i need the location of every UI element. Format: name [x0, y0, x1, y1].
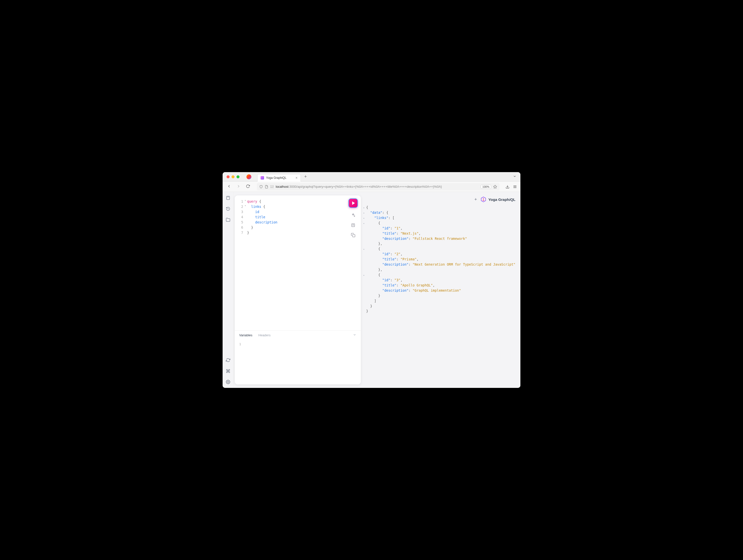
query-code-area[interactable]: 1▾query {2▾ links {3 id4 title5 descript… — [235, 195, 361, 330]
settings-icon[interactable] — [226, 379, 230, 384]
brand: Yoga GraphiQL — [480, 196, 516, 202]
add-tab-button[interactable]: + — [475, 197, 477, 202]
code-line: 6 } — [238, 225, 358, 230]
svg-point-13 — [227, 381, 229, 383]
favicon-icon — [261, 176, 264, 180]
collapse-vars-button[interactable] — [353, 333, 356, 337]
toolbar-right — [506, 185, 517, 189]
response-line: "description": "GraphQL implementation" — [363, 288, 516, 293]
response-line: "title": "Next.js", — [363, 231, 516, 236]
response-line: } — [363, 293, 516, 298]
svg-rect-11 — [227, 196, 229, 200]
docs-icon[interactable] — [226, 195, 230, 200]
response-line: ▾ { — [363, 272, 516, 278]
url-bar[interactable]: localhost:3000/api/graphql?query=query+{… — [257, 183, 499, 190]
copy-icon[interactable] — [351, 233, 356, 238]
response-line: }, — [363, 267, 516, 272]
brand-text: Yoga GraphiQL — [488, 197, 516, 202]
tab-headers[interactable]: Headers — [258, 333, 270, 337]
explorer-icon[interactable] — [226, 217, 230, 222]
back-button[interactable] — [226, 184, 232, 189]
response-line: ▾ "links": [ — [363, 215, 516, 221]
response-panel: + Yoga GraphiQL ▾{▾ "data": {▾ "links": … — [362, 195, 517, 384]
response-line: ▾ { — [363, 246, 516, 251]
graphiql-app: 1▾query {2▾ links {3 id4 title5 descript… — [223, 192, 520, 388]
yoga-logo-icon — [480, 196, 486, 202]
query-editor[interactable]: 1▾query {2▾ links {3 id4 title5 descript… — [235, 195, 361, 330]
shield-icon — [259, 185, 263, 188]
query-editor-panel: 1▾query {2▾ links {3 id4 title5 descript… — [235, 195, 361, 384]
tab-variables[interactable]: Variables — [239, 333, 252, 337]
response-line: ▾{ — [363, 205, 516, 210]
tabs-dropdown-button[interactable] — [513, 175, 516, 179]
history-icon[interactable] — [226, 206, 230, 211]
minimize-window-button[interactable] — [231, 175, 234, 178]
firefox-icon — [247, 174, 251, 179]
response-line: "description": "Next Generation ORM for … — [363, 262, 516, 267]
response-line: } — [363, 304, 516, 309]
code-line: 3 id — [238, 209, 358, 215]
response-line: "title": "Prisma", — [363, 257, 516, 262]
play-icon — [352, 201, 355, 205]
menu-icon[interactable] — [513, 185, 517, 189]
close-window-button[interactable] — [227, 175, 229, 178]
code-line: 5 description — [238, 220, 358, 225]
variables-panel: Variables Headers 1 — [235, 330, 361, 384]
response-line: }, — [363, 241, 516, 246]
response-line: "id": "3", — [363, 278, 516, 283]
reload-button[interactable] — [245, 184, 251, 189]
forward-button[interactable] — [235, 184, 242, 189]
response-line: ▾ { — [363, 221, 516, 226]
browser-window: Yoga GraphiQL × + localhost:3000/api/gra… — [223, 172, 520, 388]
page-icon — [265, 185, 268, 188]
response-line: "title": "Apollo GraphQL", — [363, 283, 516, 288]
response-line: "description": "Fullstack React framewor… — [363, 236, 516, 241]
vars-tabs: Variables Headers — [235, 331, 361, 339]
side-rail — [223, 192, 234, 388]
vars-line-number: 1 — [239, 342, 241, 346]
svg-marker-6 — [493, 185, 496, 188]
prettify-icon[interactable] — [351, 213, 356, 218]
editor-actions — [348, 198, 358, 238]
response-line: ] — [363, 298, 516, 304]
response-line: ▾ "data": { — [363, 210, 516, 215]
permissions-icon — [270, 185, 274, 188]
tab-title: Yoga GraphiQL — [266, 176, 287, 180]
code-line: 2▾ links { — [238, 204, 358, 209]
svg-rect-15 — [352, 235, 355, 237]
response-body[interactable]: ▾{▾ "data": {▾ "links": [▾ { "id": "1", … — [362, 205, 517, 384]
variables-editor[interactable]: 1 — [235, 339, 361, 384]
titlebar: Yoga GraphiQL × + — [223, 172, 520, 182]
traffic-lights — [227, 175, 239, 178]
url-toolbar: localhost:3000/api/graphql?query=query+{… — [223, 182, 520, 192]
code-line: 1▾query { — [238, 199, 358, 204]
tab-close-button[interactable]: × — [296, 176, 298, 180]
response-line: "id": "1", — [363, 226, 516, 231]
maximize-window-button[interactable] — [236, 175, 239, 178]
bookmark-star-icon[interactable] — [493, 185, 497, 189]
merge-icon[interactable] — [351, 223, 356, 228]
zoom-badge[interactable]: 100% — [481, 185, 491, 189]
response-line: "id": "2", — [363, 251, 516, 257]
refetch-icon[interactable] — [226, 358, 230, 363]
code-line: 4 title — [238, 215, 358, 220]
execute-button[interactable] — [348, 198, 358, 208]
new-tab-button[interactable]: + — [304, 174, 307, 179]
downloads-icon[interactable] — [506, 185, 510, 189]
browser-tab[interactable]: Yoga GraphiQL × — [257, 174, 301, 182]
svg-point-17 — [483, 198, 484, 199]
shortcuts-icon[interactable] — [226, 369, 230, 373]
response-line: } — [363, 309, 516, 314]
response-header: + Yoga GraphiQL — [362, 195, 517, 205]
code-line: 7} — [238, 230, 358, 235]
url-text: localhost:3000/api/graphql?query=query+{… — [276, 185, 479, 188]
